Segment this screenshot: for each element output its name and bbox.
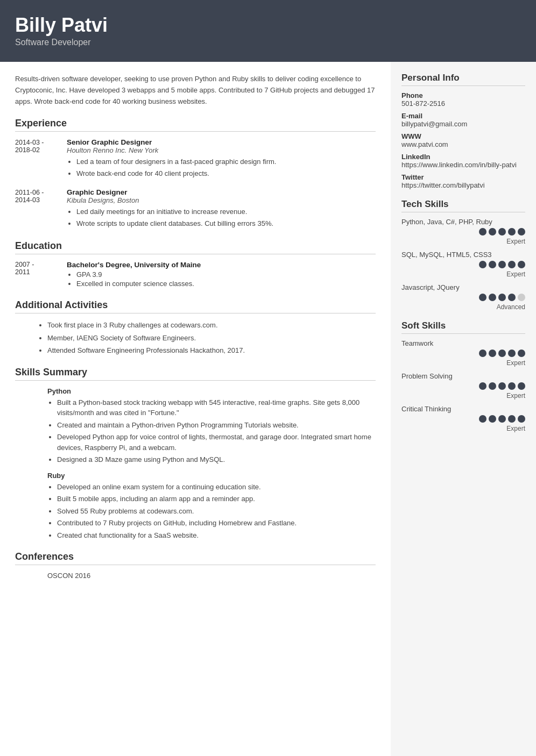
tech-skill-level-2: Expert xyxy=(506,270,525,278)
dot-filled xyxy=(508,415,516,423)
experience-item: 2014-03 - 2018-02 Senior Graphic Designe… xyxy=(15,138,376,180)
conferences-section: Conferences OSCON 2016 xyxy=(15,551,376,580)
header: Billy Patvi Software Developer xyxy=(0,0,536,62)
dot-filled xyxy=(489,415,496,423)
info-www-label: WWW xyxy=(401,132,525,140)
edu-bullet: Excelled in computer science classes. xyxy=(76,280,376,288)
experience-section: Experience 2014-03 - 2018-02 Senior Grap… xyxy=(15,118,376,230)
dot-filled xyxy=(489,350,496,357)
tech-skill-dots-3: Advanced xyxy=(401,294,525,311)
dot-filled xyxy=(489,228,496,236)
skills-python-bullet: Created and maintain a Python-driven Pyt… xyxy=(57,420,376,431)
additional-activities-title: Additional Activities xyxy=(15,299,376,313)
info-twitter: Twitter https://twitter.com/billypatvi xyxy=(401,173,525,189)
dot-filled xyxy=(518,261,525,268)
edu-degree: Bachelor's Degree, University of Maine xyxy=(67,261,376,269)
dot-filled xyxy=(479,415,486,423)
tech-skill-dots-1: Expert xyxy=(401,228,525,245)
skills-python-bullets: Built a Python-based stock tracking weba… xyxy=(15,397,376,465)
exp-bullet: Wrote scripts to update client databases… xyxy=(76,218,376,229)
skills-ruby-bullets: Developed an online exam system for a co… xyxy=(15,482,376,541)
soft-skill-item: Teamwork Expert xyxy=(401,339,525,367)
dot-filled xyxy=(508,350,516,357)
soft-skill-level-1: Expert xyxy=(506,359,525,367)
dot-filled xyxy=(498,350,506,357)
tech-skills-title: Tech Skills xyxy=(401,199,525,212)
skills-python-title: Python xyxy=(15,387,376,395)
info-twitter-label: Twitter xyxy=(401,173,525,181)
tech-skill-item: Javascript, JQuery Advanced xyxy=(401,283,525,311)
dot-filled xyxy=(498,294,506,301)
soft-skill-name-2: Problem Solving xyxy=(401,372,525,380)
soft-skill-dots-3: Expert xyxy=(401,415,525,432)
dot-filled xyxy=(498,415,506,423)
edu-details: Bachelor's Degree, University of Maine G… xyxy=(67,261,376,289)
soft-skill-level-2: Expert xyxy=(506,392,525,400)
dot-filled xyxy=(518,350,525,357)
skills-summary-python: Python Built a Python-based stock tracki… xyxy=(15,387,376,465)
conference-item: OSCON 2016 xyxy=(47,572,376,580)
exp-bullet: Led daily meetings for an initiative to … xyxy=(76,206,376,217)
exp-bullet: Led a team of four designers in a fast-p… xyxy=(76,156,376,167)
education-title: Education xyxy=(15,240,376,254)
skills-summary-ruby: Ruby Developed an online exam system for… xyxy=(15,472,376,541)
exp-details-1: Senior Graphic Designer Houlton Renno In… xyxy=(67,138,376,180)
dot-filled xyxy=(508,382,516,390)
info-www: WWW www.patvi.com xyxy=(401,132,525,148)
dot-filled xyxy=(479,382,486,390)
soft-skill-dots-2: Expert xyxy=(401,382,525,400)
additional-activities-section: Additional Activities Took first place i… xyxy=(15,299,376,356)
skills-summary-title: Skills Summary xyxy=(15,367,376,381)
edu-dates: 2007 - 2011 xyxy=(15,261,58,289)
dot-empty xyxy=(518,294,525,301)
skills-python-bullet: Designed a 3D Maze game using Python and… xyxy=(57,454,376,465)
exp-company-1: Houlton Renno Inc. New York xyxy=(67,146,376,154)
edu-bullet: GPA 3.9 xyxy=(76,270,376,279)
tech-skills-section: Tech Skills Python, Java, C#, PHP, Ruby … xyxy=(401,199,525,311)
left-column: Results-driven software developer, seeki… xyxy=(0,62,391,605)
tech-skill-name-2: SQL, MySQL, HTML5, CSS3 xyxy=(401,251,525,259)
info-linkedin-value: https://www.linkedin.com/in/billy-patvi xyxy=(401,161,525,169)
conferences-title: Conferences xyxy=(15,551,376,565)
activities-list: Took first place in 3 Ruby challenges at… xyxy=(15,320,376,356)
skills-summary-section: Skills Summary Python Built a Python-bas… xyxy=(15,367,376,541)
dot-filled xyxy=(518,228,525,236)
soft-skill-dots-1: Expert xyxy=(401,350,525,367)
info-email-label: E-mail xyxy=(401,112,525,120)
skills-ruby-bullet: Built 5 mobile apps, including an alarm … xyxy=(57,494,376,504)
tech-skill-level-3: Advanced xyxy=(497,303,525,311)
candidate-title: Software Developer xyxy=(15,38,521,47)
right-column: Personal Info Phone 501-872-2516 E-mail … xyxy=(391,62,536,756)
exp-dates-2: 2011-06 - 2014-03 xyxy=(15,188,58,230)
tech-skill-item: Python, Java, C#, PHP, Ruby Expert xyxy=(401,218,525,245)
summary-text: Results-driven software developer, seeki… xyxy=(15,74,376,107)
education-section: Education 2007 - 2011 Bachelor's Degree,… xyxy=(15,240,376,289)
experience-item: 2011-06 - 2014-03 Graphic Designer Kibul… xyxy=(15,188,376,230)
skills-python-bullet: Built a Python-based stock tracking weba… xyxy=(57,397,376,418)
skills-ruby-bullet: Contributed to 7 Ruby projects on GitHub… xyxy=(57,518,376,529)
soft-skill-level-3: Expert xyxy=(506,425,525,432)
exp-bullet: Wrote back-end code for 40 client projec… xyxy=(76,168,376,179)
dot-filled xyxy=(508,261,516,268)
soft-skill-name-1: Teamwork xyxy=(401,339,525,347)
info-email-value: billypatvi@gmail.com xyxy=(401,120,525,128)
skills-ruby-bullet: Solved 55 Ruby problems at codewars.com. xyxy=(57,506,376,517)
activity-item: Took first place in 3 Ruby challenges at… xyxy=(47,320,376,331)
conferences-list: OSCON 2016 xyxy=(15,572,376,580)
experience-title: Experience xyxy=(15,118,376,132)
exp-job-title-1: Senior Graphic Designer xyxy=(67,138,376,146)
tech-skill-level-1: Expert xyxy=(506,238,525,245)
dot-filled xyxy=(498,228,506,236)
dot-filled xyxy=(508,228,516,236)
info-twitter-value: https://twitter.com/billypatvi xyxy=(401,181,525,189)
soft-skill-item: Critical Thinking Expert xyxy=(401,405,525,432)
dot-filled xyxy=(498,382,506,390)
activity-item: Attended Software Engineering Profession… xyxy=(47,345,376,356)
main-layout: Results-driven software developer, seeki… xyxy=(0,62,536,756)
dot-filled xyxy=(518,415,525,423)
personal-info-section: Personal Info Phone 501-872-2516 E-mail … xyxy=(401,73,525,189)
info-www-value: www.patvi.com xyxy=(401,140,525,148)
education-item: 2007 - 2011 Bachelor's Degree, Universit… xyxy=(15,261,376,289)
skills-ruby-bullet: Created chat functionality for a SaaS we… xyxy=(57,530,376,541)
tech-skill-item: SQL, MySQL, HTML5, CSS3 Expert xyxy=(401,251,525,278)
